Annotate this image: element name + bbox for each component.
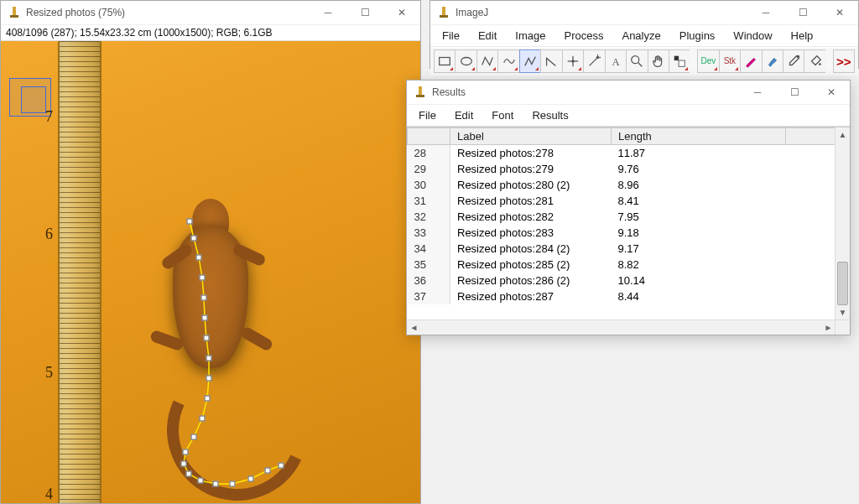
- results-table[interactable]: LabelLength 28Resized photos:27811.8729R…: [407, 127, 850, 304]
- selection-node[interactable]: [200, 275, 206, 281]
- freehand-tool[interactable]: [497, 49, 518, 73]
- selection-node[interactable]: [279, 463, 284, 469]
- results-menu-font[interactable]: Font: [483, 107, 522, 124]
- results-titlebar[interactable]: Results ─ ☐ ✕: [407, 81, 850, 105]
- table-row[interactable]: 34Resized photos:284 (2)9.17: [408, 241, 850, 257]
- selection-node[interactable]: [191, 434, 197, 440]
- imagej-icon: [8, 6, 21, 19]
- results-col-Length[interactable]: Length: [612, 128, 786, 145]
- selection-node[interactable]: [205, 396, 211, 402]
- selection-node[interactable]: [213, 481, 219, 487]
- horizontal-scrollbar[interactable]: ◄ ►: [407, 320, 836, 335]
- selection-node[interactable]: [191, 236, 197, 242]
- brush-tool[interactable]: [762, 49, 783, 73]
- menu-analyze[interactable]: Analyze: [613, 27, 669, 44]
- selection-node[interactable]: [204, 335, 210, 341]
- imagej-main-title: ImageJ: [456, 7, 488, 18]
- segmented-line-selection[interactable]: [1, 41, 420, 503]
- segmented-line-tool[interactable]: [519, 49, 540, 73]
- row-number: 34: [408, 241, 450, 257]
- stk-menu-button[interactable]: Stk: [719, 49, 740, 73]
- table-row[interactable]: 28Resized photos:27811.87: [408, 145, 850, 162]
- svg-point-14: [632, 56, 639, 64]
- table-row[interactable]: 31Resized photos:2818.41: [408, 193, 850, 209]
- menu-plugins[interactable]: Plugins: [671, 27, 724, 44]
- close-button[interactable]: ✕: [813, 81, 850, 104]
- hand-tool[interactable]: [648, 49, 669, 73]
- cell-length: 11.87: [612, 145, 786, 162]
- selection-node[interactable]: [196, 255, 202, 261]
- minimize-button[interactable]: ─: [310, 1, 346, 24]
- selection-node[interactable]: [186, 471, 192, 477]
- oval-tool[interactable]: [455, 49, 476, 73]
- results-menu-file[interactable]: File: [410, 107, 445, 124]
- text-tool[interactable]: A: [605, 49, 626, 73]
- selection-node[interactable]: [265, 468, 271, 474]
- color-picker-tool[interactable]: [669, 49, 690, 73]
- zoom-tool[interactable]: [626, 49, 647, 73]
- minimize-button[interactable]: ─: [747, 1, 784, 24]
- table-row[interactable]: 35Resized photos:285 (2)8.82: [408, 257, 850, 273]
- selection-node[interactable]: [200, 416, 206, 422]
- image-canvas[interactable]: 7654: [1, 41, 420, 503]
- maximize-button[interactable]: ☐: [784, 1, 821, 24]
- selection-node[interactable]: [187, 219, 193, 225]
- row-number: 30: [408, 177, 450, 193]
- menu-file[interactable]: File: [434, 27, 468, 44]
- svg-rect-1: [10, 15, 18, 18]
- scroll-down-arrow[interactable]: ▼: [836, 305, 850, 320]
- selection-node[interactable]: [202, 315, 208, 321]
- image-window-titlebar[interactable]: Resized photos (75%) ─ ☐ ✕: [1, 1, 420, 25]
- results-col-rownum[interactable]: [408, 128, 450, 145]
- point-tool[interactable]: [562, 49, 583, 73]
- scroll-left-arrow[interactable]: ◄: [407, 320, 421, 335]
- maximize-button[interactable]: ☐: [346, 1, 383, 24]
- close-button[interactable]: ✕: [383, 1, 420, 24]
- table-row[interactable]: 32Resized photos:2827.95: [408, 209, 850, 225]
- dropper-tool[interactable]: [783, 49, 804, 73]
- cell-length: 10.14: [612, 273, 786, 288]
- menu-window[interactable]: Window: [725, 27, 780, 44]
- image-window: Resized photos (75%) ─ ☐ ✕ 408/1096 (287…: [0, 0, 421, 504]
- close-button[interactable]: ✕: [821, 1, 858, 24]
- toolbar-more-button[interactable]: >>: [833, 49, 855, 73]
- selection-node[interactable]: [183, 449, 189, 455]
- vertical-scrollbar[interactable]: ▲ ▼: [835, 127, 850, 320]
- dev-menu-button[interactable]: Dev: [697, 49, 718, 73]
- rectangle-tool[interactable]: [434, 49, 455, 73]
- minimize-button[interactable]: ─: [739, 81, 776, 104]
- polygon-tool[interactable]: [476, 49, 497, 73]
- table-row[interactable]: 37Resized photos:2878.44: [408, 288, 850, 304]
- selection-node[interactable]: [206, 376, 212, 382]
- menu-edit[interactable]: Edit: [470, 27, 505, 44]
- menu-help[interactable]: Help: [783, 27, 822, 44]
- pencil-tool[interactable]: [740, 49, 761, 73]
- selection-node[interactable]: [230, 481, 236, 487]
- scroll-thumb[interactable]: [837, 262, 848, 305]
- table-row[interactable]: 30Resized photos:280 (2)8.96: [408, 177, 850, 193]
- scroll-up-arrow[interactable]: ▲: [836, 127, 850, 142]
- selection-node[interactable]: [201, 295, 207, 301]
- svg-rect-3: [440, 15, 448, 18]
- menu-image[interactable]: Image: [507, 27, 554, 44]
- table-row[interactable]: 33Resized photos:2839.18: [408, 225, 850, 241]
- results-menu-results[interactable]: Results: [523, 107, 576, 124]
- selection-node[interactable]: [248, 476, 254, 482]
- wand-tool[interactable]: [583, 49, 604, 73]
- table-row[interactable]: 29Resized photos:2799.76: [408, 161, 850, 177]
- scroll-right-arrow[interactable]: ►: [821, 320, 836, 335]
- selection-node[interactable]: [181, 461, 187, 467]
- svg-rect-2: [442, 7, 445, 15]
- selection-node[interactable]: [206, 356, 212, 361]
- row-number: 29: [408, 161, 450, 177]
- maximize-button[interactable]: ☐: [776, 81, 813, 104]
- table-row[interactable]: 36Resized photos:286 (2)10.14: [408, 273, 850, 288]
- angle-tool[interactable]: [540, 49, 561, 73]
- selection-node[interactable]: [198, 478, 204, 484]
- row-number: 35: [408, 257, 450, 273]
- menu-process[interactable]: Process: [556, 27, 612, 44]
- results-col-Label[interactable]: Label: [450, 128, 612, 145]
- bucket-tool[interactable]: [804, 49, 825, 73]
- imagej-main-titlebar[interactable]: ImageJ ─ ☐ ✕: [430, 1, 858, 25]
- results-menu-edit[interactable]: Edit: [446, 107, 482, 124]
